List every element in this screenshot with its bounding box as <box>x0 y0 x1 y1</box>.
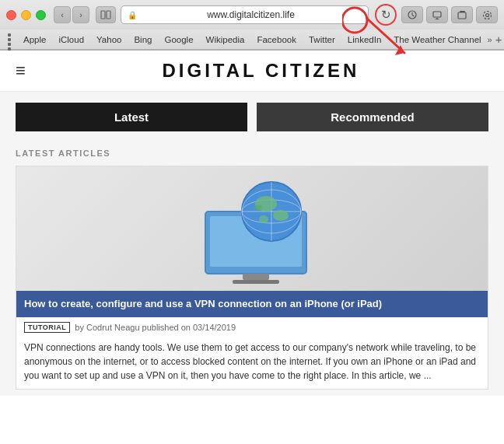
history-button[interactable] <box>401 6 423 23</box>
svg-rect-14 <box>233 280 279 284</box>
nav-arrows: ‹ › <box>54 6 89 23</box>
close-button[interactable] <box>6 10 16 20</box>
title-bar: ‹ › 🔒 www.digitalcitizen.life <box>0 0 504 30</box>
article-card: How to create, configure and use a VPN c… <box>16 166 488 390</box>
bookmark-icloud[interactable]: iCloud <box>52 35 90 44</box>
article-byline: by Codrut Neagu published on 03/14/2019 <box>75 323 236 332</box>
tutorial-badge: TUTORIAL <box>24 322 70 333</box>
hamburger-menu[interactable]: ≡ <box>16 61 26 81</box>
svg-point-9 <box>485 13 488 16</box>
tabs-icon <box>457 10 467 19</box>
bookmark-wikipedia[interactable]: Wikipedia <box>200 35 251 44</box>
window-buttons <box>6 10 46 20</box>
bookmark-weather[interactable]: The Weather Channel <box>387 35 487 44</box>
site-header: ≡ DIGITAL CITIZEN <box>0 51 504 92</box>
svg-rect-7 <box>458 12 466 19</box>
url-bar[interactable]: 🔒 www.digitalcitizen.life <box>121 5 369 24</box>
content-tabs: Latest Recommended <box>0 92 504 142</box>
svg-point-10 <box>483 11 491 19</box>
svg-rect-8 <box>460 11 465 12</box>
bookmarks-bar: Apple iCloud Yahoo Bing Google Wikipedia… <box>0 30 504 50</box>
article-meta: TUTORIAL by Codrut Neagu published on 03… <box>16 317 488 337</box>
site-title: DIGITAL CITIZEN <box>33 60 488 82</box>
svg-rect-0 <box>101 11 105 19</box>
bookmark-apple[interactable]: Apple <box>17 35 52 44</box>
articles-section: LATEST ARTICLES <box>0 142 504 396</box>
tab-recommended[interactable]: Recommended <box>257 103 488 131</box>
bookmark-add-button[interactable]: + <box>495 33 502 46</box>
reader-mode-button[interactable] <box>96 6 116 23</box>
reload-area <box>373 4 397 26</box>
article-title[interactable]: How to create, configure and use a VPN c… <box>16 291 488 317</box>
svg-rect-5 <box>433 12 441 17</box>
maximize-button[interactable] <box>36 10 46 20</box>
section-label: LATEST ARTICLES <box>16 149 488 158</box>
svg-point-23 <box>254 205 262 211</box>
forward-button[interactable]: › <box>72 6 89 23</box>
svg-line-4 <box>412 16 415 17</box>
bookmark-facebook[interactable]: Facebook <box>250 35 303 44</box>
bookmark-google[interactable]: Google <box>158 35 199 44</box>
tab-latest[interactable]: Latest <box>16 103 247 131</box>
svg-point-21 <box>273 210 289 221</box>
clock-icon <box>408 10 417 19</box>
lock-icon: 🔒 <box>128 11 137 19</box>
reader-icon <box>100 10 111 19</box>
bookmarks-grid-icon[interactable] <box>8 33 11 46</box>
bookmark-linkedin[interactable]: LinkedIn <box>341 35 387 44</box>
article-excerpt: VPN connections are handy tools. We use … <box>16 337 488 389</box>
svg-rect-1 <box>107 11 110 19</box>
cast-icon <box>432 11 442 19</box>
svg-rect-13 <box>243 274 269 280</box>
svg-marker-6 <box>435 18 439 19</box>
reload-button[interactable] <box>375 4 397 26</box>
url-text: www.digitalcitizen.life <box>140 9 362 20</box>
settings-button[interactable] <box>476 6 498 23</box>
toolbar-icons <box>401 6 498 23</box>
bookmark-yahoo[interactable]: Yahoo <box>90 35 128 44</box>
tab-manage-button[interactable] <box>451 6 473 23</box>
airplay-button[interactable] <box>426 6 448 23</box>
bookmark-twitter[interactable]: Twitter <box>303 35 341 44</box>
svg-point-22 <box>259 215 268 223</box>
bookmark-bing[interactable]: Bing <box>128 35 158 44</box>
back-button[interactable]: ‹ <box>54 6 71 23</box>
article-image <box>16 166 488 291</box>
minimize-button[interactable] <box>21 10 31 20</box>
bookmark-more-button[interactable]: » <box>488 35 492 44</box>
article-illustration <box>151 169 353 289</box>
gear-icon <box>482 10 492 20</box>
browser-content: ≡ DIGITAL CITIZEN Latest Recommended LAT… <box>0 51 504 444</box>
